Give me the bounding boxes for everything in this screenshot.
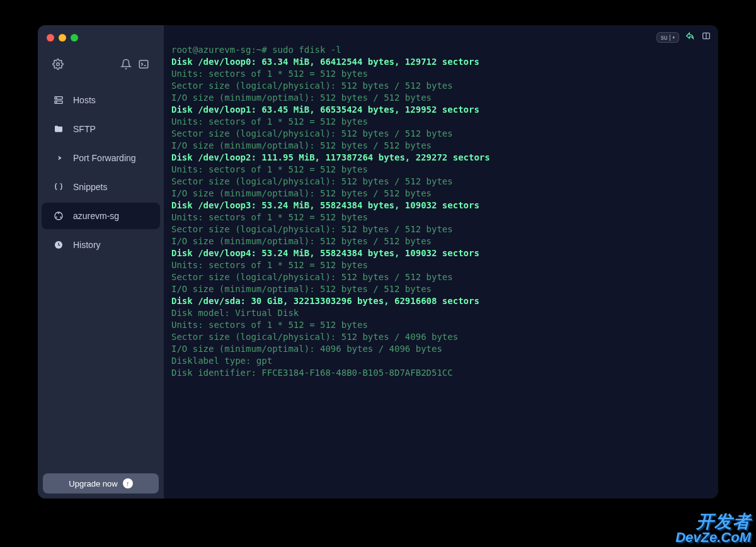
sidebar: Hosts SFTP Port Forwarding Snippets	[38, 25, 164, 499]
terminal-pane[interactable]: su | • root@azurevm-sg:~# sudo fdisk -lD…	[164, 25, 718, 499]
notifications-button[interactable]	[117, 57, 135, 74]
svg-rect-1	[139, 60, 148, 68]
server-icon	[53, 94, 64, 106]
terminal-output[interactable]: root@azurevm-sg:~# sudo fdisk -lDisk /de…	[171, 44, 713, 493]
upgrade-label: Upgrade now	[69, 479, 117, 488]
braces-icon	[53, 181, 64, 193]
sidebar-item-sftp[interactable]: SFTP	[42, 116, 160, 142]
sidebar-item-history[interactable]: History	[42, 232, 160, 258]
sidebar-item-label: Snippets	[73, 182, 107, 192]
folder-icon	[53, 123, 64, 135]
sidebar-item-hosts[interactable]: Hosts	[42, 87, 160, 113]
upgrade-button[interactable]: Upgrade now ↑	[43, 473, 159, 493]
clock-icon	[53, 239, 64, 251]
sidebar-item-label: Hosts	[73, 95, 96, 105]
close-window-button[interactable]	[47, 34, 54, 42]
minimize-window-button[interactable]	[59, 34, 66, 42]
sidebar-item-label: SFTP	[73, 124, 96, 134]
terminal-toolbar: su | •	[656, 31, 712, 43]
settings-button[interactable]	[49, 57, 67, 74]
watermark-line2: DevZe.CoM	[675, 531, 751, 544]
share-button[interactable]	[684, 31, 696, 43]
arrow-up-icon: ↑	[123, 478, 133, 488]
forward-icon	[53, 152, 64, 164]
window-controls	[47, 34, 78, 42]
user-chip[interactable]: su | •	[656, 32, 679, 43]
bell-icon	[120, 59, 132, 72]
svg-point-8	[56, 217, 57, 218]
watermark: 开发者 DevZe.CoM	[675, 513, 751, 544]
gear-icon	[52, 59, 64, 72]
terminal-button[interactable]	[135, 57, 152, 74]
ubuntu-icon	[53, 210, 64, 222]
svg-point-7	[58, 213, 59, 214]
sidebar-item-session[interactable]: azurevm-sg	[42, 203, 160, 229]
sidebar-item-label: Port Forwarding	[73, 153, 136, 163]
share-icon	[685, 31, 695, 43]
sidebar-item-label: History	[73, 240, 101, 250]
app-window: Hosts SFTP Port Forwarding Snippets	[38, 25, 718, 499]
svg-point-5	[56, 102, 57, 103]
sidebar-item-label: azurevm-sg	[73, 211, 119, 221]
split-button[interactable]	[701, 31, 712, 43]
sidebar-item-port-forwarding[interactable]: Port Forwarding	[42, 145, 160, 171]
split-icon	[701, 31, 711, 43]
svg-point-0	[57, 63, 60, 66]
maximize-window-button[interactable]	[71, 34, 78, 42]
terminal-icon	[138, 59, 149, 72]
watermark-line1: 开发者	[675, 513, 751, 531]
svg-point-4	[56, 98, 57, 98]
sidebar-item-snippets[interactable]: Snippets	[42, 174, 160, 200]
svg-point-9	[60, 217, 61, 218]
